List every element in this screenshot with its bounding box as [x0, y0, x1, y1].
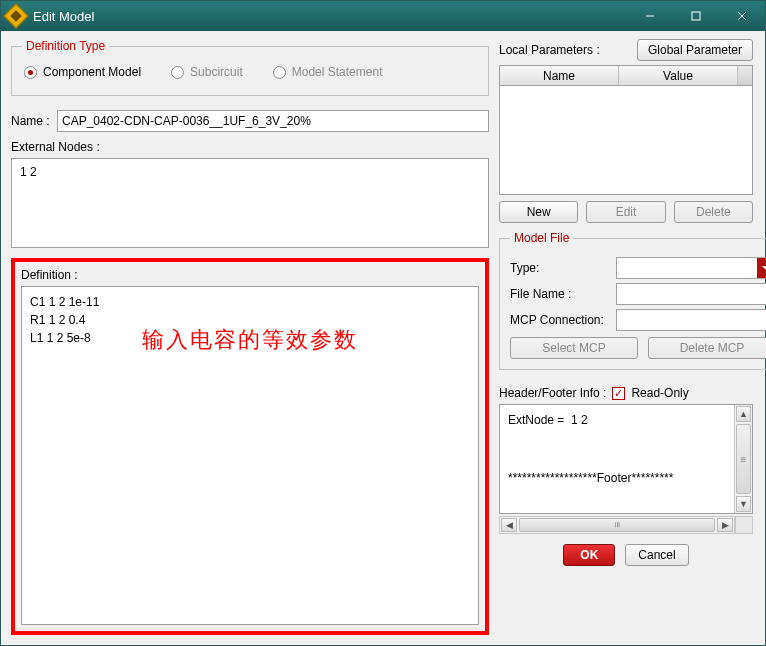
chevron-down-icon [757, 258, 766, 278]
definition-type-legend: Definition Type [22, 39, 109, 53]
horizontal-scrollbar[interactable]: ◀ ▶ [499, 516, 735, 534]
local-parameters-label: Local Parameters : [499, 43, 631, 57]
external-nodes-value: 1 2 [20, 165, 37, 179]
radio-dot-icon [273, 66, 286, 79]
local-parameters-table[interactable]: Name Value [499, 65, 753, 195]
scroll-right-icon[interactable]: ▶ [717, 518, 733, 532]
radio-label: Subcircuit [190, 65, 243, 79]
maximize-button[interactable] [673, 1, 719, 31]
radio-label: Component Model [43, 65, 141, 79]
external-nodes-box[interactable]: 1 2 [11, 158, 489, 248]
table-header: Name Value [500, 66, 752, 86]
radio-component-model[interactable]: Component Model [24, 65, 141, 79]
radio-model-statement[interactable]: Model Statement [273, 65, 383, 79]
scroll-thumb[interactable] [519, 518, 715, 532]
model-file-group: Model File Type: File Name : MCP Connect… [499, 231, 766, 370]
column-scroll-gutter [738, 66, 752, 85]
name-label: Name : [11, 114, 51, 128]
delete-mcp-button[interactable]: Delete MCP [648, 337, 766, 359]
radio-dot-icon [171, 66, 184, 79]
readonly-checkbox[interactable] [612, 387, 625, 400]
readonly-label: Read-Only [631, 386, 688, 400]
header-footer-label: Header/Footer Info : [499, 386, 606, 400]
scroll-down-icon[interactable]: ▼ [736, 496, 751, 512]
edit-button[interactable]: Edit [586, 201, 665, 223]
radio-dot-icon [24, 66, 37, 79]
minimize-button[interactable] [627, 1, 673, 31]
app-icon [3, 3, 28, 28]
column-name[interactable]: Name [500, 66, 619, 85]
scroll-thumb[interactable] [736, 424, 751, 494]
annotation-overlay: 输入电容的等效参数 [142, 323, 358, 356]
filename-label: File Name : [510, 287, 610, 301]
mcp-label: MCP Connection: [510, 313, 610, 327]
cancel-button[interactable]: Cancel [625, 544, 688, 566]
column-value[interactable]: Value [619, 66, 738, 85]
definition-textarea[interactable]: C1 1 2 1e-11 R1 1 2 0.4 L1 1 2 5e-8 输入电容… [21, 286, 479, 625]
close-button[interactable] [719, 1, 765, 31]
delete-button[interactable]: Delete [674, 201, 753, 223]
scroll-up-icon[interactable]: ▲ [736, 406, 751, 422]
titlebar: Edit Model [1, 1, 765, 31]
definition-type-group: Definition Type Component Model Subcircu… [11, 39, 489, 96]
new-button[interactable]: New [499, 201, 578, 223]
type-select[interactable] [616, 257, 766, 279]
filename-input[interactable] [616, 283, 766, 305]
scroll-corner [735, 516, 753, 534]
type-label: Type: [510, 261, 610, 275]
global-parameter-button[interactable]: Global Parameter [637, 39, 753, 61]
window-title: Edit Model [33, 9, 627, 24]
header-footer-box: ExtNode = 1 2 *******************Footer*… [499, 404, 753, 514]
table-body [500, 86, 752, 194]
scroll-left-icon[interactable]: ◀ [501, 518, 517, 532]
header-footer-text[interactable]: ExtNode = 1 2 *******************Footer*… [500, 405, 734, 513]
select-mcp-button[interactable]: Select MCP [510, 337, 638, 359]
svg-rect-1 [692, 12, 700, 20]
mcp-input[interactable] [616, 309, 766, 331]
name-input[interactable] [57, 110, 489, 132]
ok-button[interactable]: OK [563, 544, 615, 566]
definition-section-highlight: Definition : C1 1 2 1e-11 R1 1 2 0.4 L1 … [11, 258, 489, 635]
radio-subcircuit[interactable]: Subcircuit [171, 65, 243, 79]
definition-label: Definition : [21, 268, 479, 282]
definition-line: C1 1 2 1e-11 [30, 293, 470, 311]
radio-label: Model Statement [292, 65, 383, 79]
vertical-scrollbar[interactable]: ▲ ▼ [734, 405, 752, 513]
external-nodes-label: External Nodes : [11, 140, 489, 154]
model-file-legend: Model File [510, 231, 573, 245]
